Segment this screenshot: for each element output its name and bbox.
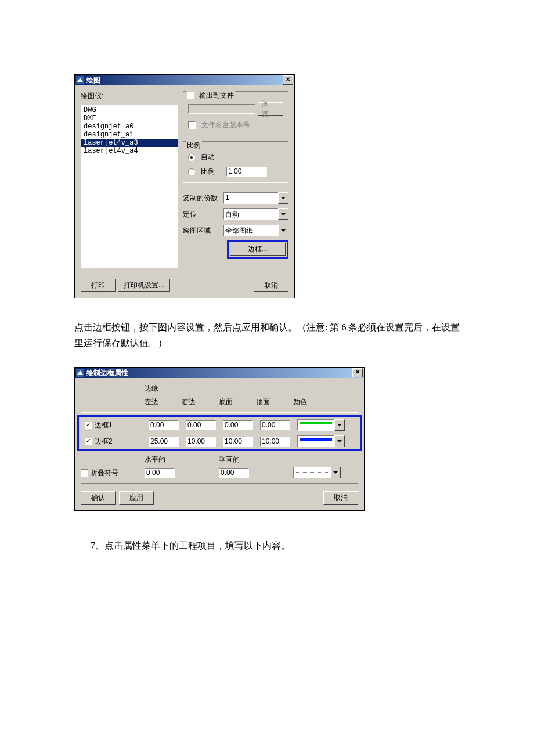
output-to-file-group: 输出到文件 浏览... 文件名含版本号: [183, 91, 288, 136]
scale-group-label: 比例: [187, 141, 201, 150]
cancel-button[interactable]: 取消: [323, 491, 358, 505]
plot-area-label: 绘图区域: [183, 226, 220, 236]
frame1-bottom-input[interactable]: 0.00: [223, 420, 253, 430]
output-to-file-label: 输出到文件: [199, 91, 234, 100]
col-top-label: 顶面: [256, 397, 293, 407]
plot-dialog: 绘图 ✕ 绘图仪: DWGDXFdesignjet_a0designjet_a1…: [74, 74, 295, 298]
output-to-file-checkbox[interactable]: [187, 92, 194, 99]
fold-label: 折叠符号: [91, 468, 118, 478]
apply-button[interactable]: 应用: [119, 491, 154, 505]
position-label: 定位: [183, 210, 220, 219]
chevron-down-icon[interactable]: [278, 225, 288, 236]
cancel-button[interactable]: 取消: [254, 279, 288, 292]
print-button[interactable]: 打印: [81, 279, 116, 292]
plot-area-combo[interactable]: 全部图纸: [223, 225, 288, 236]
border-dialog-titlebar: 绘制边框属性 ✕: [75, 368, 364, 378]
fold-style-combo[interactable]: [293, 467, 341, 478]
frame1-label: 边框1: [95, 420, 113, 430]
chevron-down-icon[interactable]: [278, 192, 288, 204]
horizontal-label: 水平的: [145, 455, 219, 465]
app-icon: [76, 369, 84, 377]
frame2-left-input[interactable]: 25.00: [149, 437, 179, 447]
fold-horiz-input[interactable]: 0.00: [145, 468, 175, 478]
frame1-row: 边框1 0.00 0.00 0.00 0.00: [79, 417, 360, 433]
frame1-checkbox[interactable]: [85, 422, 92, 429]
frame2-checkbox[interactable]: [85, 438, 92, 445]
frame2-label: 边框2: [95, 437, 113, 447]
col-left-label: 左边: [145, 397, 182, 407]
vertical-label: 垂直的: [219, 455, 240, 465]
plotter-label: 绘图仪:: [81, 91, 178, 101]
app-icon: [76, 76, 84, 84]
scale-ratio-input[interactable]: 1.00: [226, 167, 267, 177]
plotter-list-item[interactable]: designjet_a0: [81, 123, 178, 131]
border-dialog-title: 绘制边框属性: [86, 368, 352, 378]
fold-row: 折叠符号 0.00 0.00: [75, 465, 364, 481]
border-button-highlight: 边框...: [227, 240, 288, 259]
frame-rows-highlight: 边框1 0.00 0.00 0.00 0.00 边框2 25.0: [77, 415, 362, 451]
frame2-color-combo[interactable]: [297, 435, 345, 447]
fold-checkbox[interactable]: [81, 469, 88, 477]
plotter-list-item[interactable]: laserjet4v_a4: [81, 147, 178, 155]
frame2-right-input[interactable]: 10.00: [186, 437, 216, 447]
printer-setup-button[interactable]: 打印机设置...: [118, 279, 170, 292]
plotter-list-item[interactable]: designjet_a1: [81, 131, 178, 139]
frame1-right-input[interactable]: 0.00: [186, 420, 216, 430]
copies-value: 1: [223, 192, 278, 204]
close-icon[interactable]: ✕: [283, 75, 293, 85]
filename-version-checkbox[interactable]: [188, 121, 196, 129]
close-icon[interactable]: ✕: [352, 368, 363, 377]
plot-dialog-title: 绘图: [86, 75, 283, 85]
filename-version-label: 文件名含版本号: [201, 120, 250, 130]
position-combo[interactable]: 自动: [223, 208, 288, 220]
col-right-label: 右边: [182, 397, 219, 407]
scale-ratio-radio[interactable]: [188, 168, 195, 175]
plot-dialog-titlebar: 绘图 ✕: [75, 75, 294, 85]
scale-auto-radio[interactable]: [188, 154, 195, 161]
copies-combo[interactable]: 1: [223, 192, 288, 204]
chevron-down-icon[interactable]: [278, 208, 288, 220]
col-color-label: 颜色: [293, 397, 345, 407]
plot-area-value: 全部图纸: [223, 225, 278, 236]
frame2-top-input[interactable]: 10.00: [260, 437, 290, 447]
position-value: 自动: [223, 208, 278, 220]
instruction-paragraph-1: 点击边框按钮，按下图内容设置，然后点应用和确认。（注意: 第 6 条必须在设置完…: [74, 319, 464, 351]
scale-auto-label: 自动: [201, 152, 215, 162]
scale-group: 比例 自动 比例 1.00: [183, 141, 288, 183]
plotter-list-item[interactable]: laserjet4v_a3: [81, 139, 178, 147]
divider: [81, 483, 358, 484]
edge-header-label: 边缘: [145, 384, 182, 394]
copies-label: 复制的份数: [183, 193, 220, 203]
frame2-bottom-input[interactable]: 10.00: [223, 437, 253, 447]
frame1-top-input[interactable]: 0.00: [260, 420, 290, 430]
frame1-color-combo[interactable]: [297, 419, 345, 431]
plotter-list-item[interactable]: DWG: [81, 106, 178, 114]
chevron-down-icon[interactable]: [334, 419, 345, 431]
border-properties-dialog: 绘制边框属性 ✕ 边缘 左边 右边 底面 顶面 颜色 边框1 0.00: [74, 367, 365, 511]
ok-button[interactable]: 确认: [81, 491, 116, 505]
border-button[interactable]: 边框...: [230, 243, 286, 256]
dotted-line-icon: [296, 472, 328, 473]
frame2-row: 边框2 25.00 10.00 10.00 10.00: [79, 433, 360, 449]
scale-ratio-label: 比例: [201, 167, 223, 177]
chevron-down-icon[interactable]: [334, 435, 345, 447]
output-path-input: [188, 104, 255, 114]
plotter-list-item[interactable]: DXF: [81, 114, 178, 123]
fold-vert-input[interactable]: 0.00: [219, 468, 249, 478]
browse-button[interactable]: 浏览...: [258, 102, 283, 116]
col-bottom-label: 底面: [219, 397, 256, 407]
frame1-left-input[interactable]: 0.00: [149, 420, 179, 430]
chevron-down-icon[interactable]: [330, 467, 341, 478]
divider: [81, 412, 358, 413]
plotter-listbox[interactable]: DWGDXFdesignjet_a0designjet_a1laserjet4v…: [81, 105, 178, 268]
instruction-paragraph-2: 7、点击属性菜单下的工程项目，填写以下内容。: [74, 538, 464, 553]
